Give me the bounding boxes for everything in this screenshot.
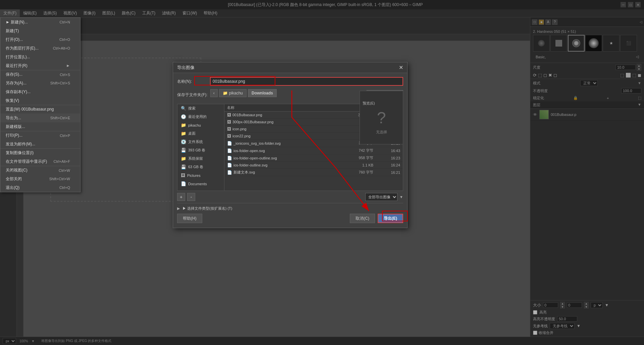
documents-place-icon: 📄 <box>181 181 186 186</box>
search-place-icon: 🔍 <box>181 106 186 111</box>
menu-item-print[interactable]: 打印(P)... Ctrl+P <box>0 131 80 140</box>
export-type-select[interactable]: 全部导出图像 <box>365 193 397 201</box>
file-icon-6: 📄 <box>227 156 232 160</box>
help-button[interactable]: 帮助(H) <box>177 214 202 223</box>
file-icon-0: 🖼 <box>227 113 231 117</box>
menu-item-new[interactable]: 新建(T) <box>0 26 80 35</box>
file-row-8[interactable]: 📄新建文本.svg 760 字节 16:21 <box>224 169 403 176</box>
breadcrumb-downloads[interactable]: Downloads <box>248 89 277 97</box>
place-search[interactable]: 🔍 搜索 <box>177 104 224 113</box>
place-documents[interactable]: 📄 Documents <box>177 180 224 188</box>
place-vol393[interactable]: 💾 393 GB 卷 <box>177 146 224 154</box>
menu-item-close-all[interactable]: 全部关闭 Shift+Ctrl+W <box>0 175 80 183</box>
dialog-title: 导出图像 <box>177 65 195 71</box>
menu-item-open-location[interactable]: 打开位置(L)... <box>0 53 80 61</box>
dialog-body: 名称(N): 保存于文件夹(F): ‹ 📁 pikachu Downloads … <box>173 73 407 228</box>
place-desktop[interactable]: 📁 桌面 <box>177 129 224 138</box>
menu-item-open[interactable]: 打开(O)... Ctrl+O <box>0 35 80 44</box>
desktop-place-icon: 📁 <box>181 131 186 136</box>
name-label: 名称(N): <box>177 79 207 84</box>
menu-item-save-copy[interactable]: 保存副本(Y)... <box>0 87 80 96</box>
menu-item-close-view[interactable]: 关闭视图(C) Ctrl+W <box>0 166 80 175</box>
place-filesystem[interactable]: 💽 文件系统 <box>177 138 224 146</box>
place-pictures[interactable]: 🖼 Pictures <box>177 171 224 180</box>
remove-item-btn[interactable]: - <box>187 193 195 201</box>
preview-label: 预览(E) <box>360 101 375 106</box>
breadcrumb-bar: ‹ 📁 pikachu Downloads <box>210 89 277 97</box>
file-icon-1: 🖼 <box>227 120 231 124</box>
pictures-place-icon: 🖼 <box>181 173 185 178</box>
file-icon-8: 📄 <box>227 170 232 175</box>
vol63-place-icon: 💾 <box>181 164 186 169</box>
file-type-expand[interactable]: ▶ <box>177 206 180 211</box>
file-icon-3: 🖼 <box>227 134 231 138</box>
menu-item-quit[interactable]: 退出(Q) Ctrl+Q <box>0 183 80 192</box>
place-sysreserved[interactable]: 📁 系统保留 <box>177 154 224 163</box>
cancel-button[interactable]: 取消(C) <box>350 214 375 223</box>
menu-item-open-layer[interactable]: 作为图层打开(E)... Ctrl+Alt+O <box>0 44 80 53</box>
places-panel: 🔍 搜索 🕐 最近使用的 📁 pikachu 📁 桌面 💽 文件系 <box>177 104 224 191</box>
file-row-6[interactable]: 📄ios-folder-open-outline.svg 958 字节 16:2… <box>224 154 403 162</box>
menu-item-save[interactable]: 保存(S)... Ctrl+S <box>0 70 80 79</box>
col-name-header[interactable]: 名称 <box>224 105 349 110</box>
place-pikachu[interactable]: 📁 pikachu <box>177 121 224 129</box>
file-type-row: ▶ ▶ 选择文件类型(按扩展名) (T) <box>177 206 403 211</box>
menu-item-send-email[interactable]: 发送为邮件(M)... <box>0 140 80 148</box>
pikachu-place-icon: 📁 <box>181 123 186 128</box>
place-recent[interactable]: 🕐 最近使用的 <box>177 113 224 121</box>
menu-item-overwrite[interactable]: 置盖(W) 001Bulbasaur.png <box>0 105 80 114</box>
file-icon-5: 📄 <box>227 148 232 153</box>
dialog-bottom-toolbar: + - 全部导出图像 ▼ <box>177 191 403 203</box>
file-type-label[interactable]: ▶ 选择文件类型(按扩展名) (T) <box>182 206 232 211</box>
preview-question-icon: ? <box>377 109 386 127</box>
filename-row: 名称(N): <box>177 77 403 86</box>
file-dropdown-menu: ► 新建(N)... Ctrl+N 新建(T) 打开(O)... Ctrl+O … <box>0 17 80 192</box>
vol393-place-icon: 💾 <box>181 148 186 153</box>
preview-no-select-text: 无选择 <box>376 130 387 135</box>
menu-item-save-as[interactable]: 另存为(A)... Shift+Ctrl+S <box>0 79 80 87</box>
export-dialog: 导出图像 ✕ 名称(N): 保存于文件夹(F): ‹ 📁 pikachu Dow… <box>173 62 408 228</box>
sysreserved-place-icon: 📁 <box>181 156 186 161</box>
file-row-7[interactable]: 📄ios-folder-outline.svg 1.1 KB 16:24 <box>224 162 403 169</box>
menu-item-revert[interactable]: 恢复(V) <box>0 96 80 105</box>
menu-item-copy-location[interactable]: 复制图像位置(I) <box>0 148 80 157</box>
breadcrumb-pikachu[interactable]: 📁 pikachu <box>219 89 247 97</box>
filename-input[interactable] <box>210 77 403 86</box>
preview-area: 预览(E) ? 无选择 <box>360 91 403 144</box>
file-row-5[interactable]: 📄ios-folder-open.svg 742 字节 16:43 <box>224 147 403 154</box>
menu-item-recent[interactable]: 最近打开(R) ► <box>0 61 80 70</box>
file-icon-7: 📄 <box>227 163 232 167</box>
add-folder-btn[interactable]: + <box>177 193 185 201</box>
recent-place-icon: 🕐 <box>181 114 186 119</box>
place-vol63[interactable]: 💾 63 GB 卷 <box>177 163 224 171</box>
export-select-expand[interactable]: ▼ <box>399 195 403 199</box>
menu-item-new-template2[interactable]: 新建模版... <box>0 122 80 131</box>
dialog-footer: 帮助(H) 取消(C) 导出(E) <box>177 211 403 224</box>
file-icon-4: 📄 <box>227 141 232 146</box>
save-label: 保存于文件夹(F): <box>177 92 208 98</box>
file-browser: 🔍 搜索 🕐 最近使用的 📁 pikachu 📁 桌面 💽 文件系 <box>177 104 403 191</box>
menu-item-export-as[interactable]: 导出为... Shift+Ctrl+E <box>0 114 80 122</box>
breadcrumb-back-btn[interactable]: ‹ <box>210 89 218 97</box>
export-button[interactable]: 导出(E) <box>378 214 403 223</box>
dialog-title-bar: 导出图像 ✕ <box>173 62 407 73</box>
file-icon-2: 🖼 <box>227 127 231 131</box>
dialog-close-button[interactable]: ✕ <box>399 64 403 71</box>
filesystem-place-icon: 💽 <box>181 139 186 144</box>
menu-item-new-template[interactable]: ► 新建(N)... Ctrl+N <box>0 18 80 26</box>
menu-item-show-manager[interactable]: 在文件管理器中显示(F) Ctrl+Alt+F <box>0 157 80 166</box>
